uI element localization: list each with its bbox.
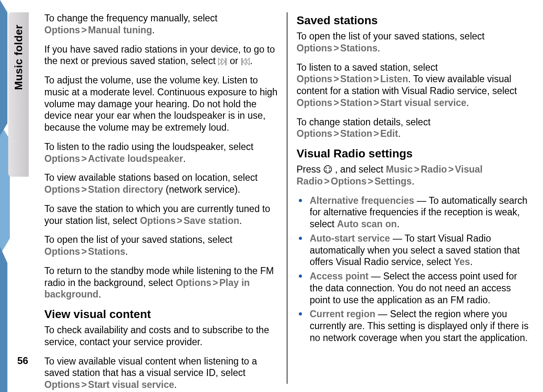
svg-point-3 [324, 166, 331, 173]
svg-marker-1 [0, 0, 7, 136]
paragraph: To open the list of your saved stations,… [297, 30, 531, 54]
separator: > [372, 97, 380, 108]
key-term: Options [297, 43, 332, 53]
paragraph: To save the station to which you are cur… [44, 203, 278, 227]
key-term: Manual tuning [88, 25, 152, 35]
key-term: Music [386, 164, 413, 175]
separator: > [80, 184, 88, 195]
list-item: Auto-start service — To start Visual Rad… [297, 233, 531, 268]
paragraph: If you have saved radio stations in your… [44, 44, 278, 67]
separator: > [80, 153, 88, 164]
key-term: Access point [310, 271, 368, 281]
paragraph: To view available stations based on loca… [44, 172, 278, 196]
separator: > [447, 164, 455, 175]
page-content: To change the frequency manually, select… [44, 12, 531, 384]
key-term: Station [340, 97, 372, 108]
paragraph: To view available visual content when li… [44, 355, 278, 391]
paragraph: To listen to the radio using the loudspe… [44, 141, 278, 165]
section-tab: Music folder [8, 12, 29, 177]
heading-saved-stations: Saved stations [297, 14, 531, 27]
key-term: Start visual service [88, 379, 174, 390]
separator: > [332, 43, 340, 53]
key-term: Options [297, 97, 332, 108]
key-term: Options [331, 176, 366, 187]
key-term: Station [340, 128, 372, 139]
key-term: Options [297, 128, 332, 139]
key-term: Listen [380, 74, 408, 84]
key-term: Current region [310, 309, 375, 319]
paragraph: To check availability and costs and to s… [44, 324, 278, 348]
key-term: Activate loudspeaker [88, 153, 183, 164]
list-item: Current region — Select the region where… [297, 308, 531, 344]
svg-point-5 [329, 167, 330, 168]
page-number: 56 [17, 355, 28, 367]
paragraph: Press , and select Music>Radio>Visual Ra… [297, 164, 531, 187]
svg-point-7 [329, 170, 330, 171]
key-term: Stations [340, 43, 377, 53]
list-item: Access point — Select the access point u… [297, 270, 531, 306]
left-column: To change the frequency manually, select… [44, 12, 288, 384]
separator: > [80, 25, 88, 35]
separator: > [176, 215, 184, 226]
separator: > [372, 128, 380, 139]
svg-point-4 [326, 167, 327, 168]
key-term: Options [44, 153, 80, 164]
key-term: Edit [380, 128, 398, 139]
paragraph: To return to the standby mode while list… [44, 265, 278, 300]
separator: > [212, 277, 219, 288]
previous-track-icon [241, 58, 250, 65]
separator: > [366, 176, 374, 187]
key-term: Start visual service [380, 97, 467, 108]
key-term: Options [44, 25, 80, 35]
paragraph: To adjust the volume, use the volume key… [44, 74, 278, 134]
separator: > [323, 176, 331, 187]
key-term: Options [297, 74, 332, 84]
key-term: Options [44, 184, 80, 195]
key-term: Station [340, 74, 372, 84]
key-term: Save station [184, 215, 239, 226]
key-term: Alternative frequencies [310, 195, 414, 206]
right-column: Saved stations To open the list of your … [288, 12, 531, 384]
key-term: Options [44, 379, 80, 390]
key-term: Options [176, 277, 212, 288]
key-term: Auto-start service [310, 233, 390, 244]
paragraph: To change station details, select Option… [297, 116, 531, 140]
separator: > [332, 128, 340, 139]
settings-list: Alternative frequencies — To automatical… [297, 195, 531, 344]
next-track-icon [218, 58, 227, 65]
menu-key-icon [323, 165, 332, 174]
separator: > [80, 379, 88, 390]
heading-visual-radio-settings: Visual Radio settings [297, 147, 531, 160]
separator: > [372, 74, 380, 84]
key-term: Options [140, 215, 176, 226]
separator: > [332, 74, 340, 84]
paragraph: To listen to a saved station, select Opt… [297, 62, 531, 109]
separator: > [332, 97, 340, 108]
key-term: Options [44, 246, 80, 257]
paragraph: To change the frequency manually, select… [44, 12, 278, 36]
section-tab-label: Music folder [12, 25, 25, 90]
svg-point-6 [326, 170, 327, 171]
key-term: Stations [88, 246, 125, 257]
svg-marker-2 [0, 247, 7, 392]
list-item: Alternative frequencies — To automatical… [297, 195, 531, 230]
heading-view-visual-content: View visual content [44, 308, 278, 321]
key-term: Auto scan on [337, 219, 397, 229]
separator: > [80, 246, 88, 257]
key-term: Settings [375, 176, 412, 187]
key-term: Yes [454, 256, 470, 267]
separator: > [413, 164, 421, 175]
paragraph: To open the list of your saved stations,… [44, 234, 278, 258]
key-term: Station directory [88, 184, 163, 195]
key-term: Radio [421, 164, 447, 175]
